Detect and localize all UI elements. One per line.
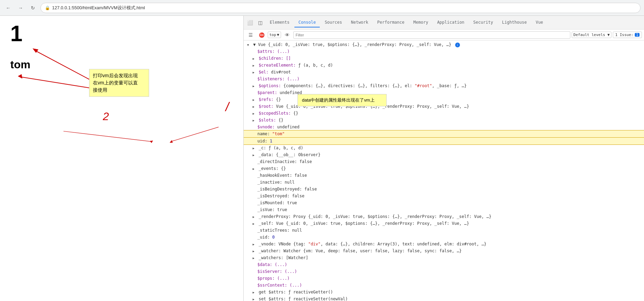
console-line-props[interactable]: $props: (...) [244, 275, 644, 282]
tab-vue[interactable]: Vue [532, 18, 547, 27]
default-levels-label: Default levels [573, 33, 605, 37]
browser-chrome: ← → ↻ 🔒 127.0.0.1:5500/htmlExam/MVVM设计模式… [0, 0, 644, 16]
devtools-panel: ⬜ ◫ Elements Console Sources Network Per… [243, 16, 644, 301]
console-line-slots[interactable]: $slots: {} [244, 117, 644, 124]
console-line-statictrees[interactable]: _staticTrees: null [244, 227, 644, 234]
issue-badge: 1 Issue: 1 [613, 32, 642, 38]
console-line-dollar-data[interactable]: $data: (...) [244, 261, 644, 268]
console-line-renderproxy[interactable]: _renderProxy: Proxy {_uid: 0, _isVue: tr… [244, 213, 644, 220]
context-dropdown-icon: ▼ [277, 33, 279, 37]
console-line-hashookevent[interactable]: _hasHookEvent: false [244, 172, 644, 179]
context-selector[interactable]: top ▼ [268, 32, 281, 38]
back-button[interactable]: ← [3, 3, 13, 13]
console-line-el[interactable]: $el: div#root [244, 69, 644, 76]
console-line-uid[interactable]: _uid: 0 [244, 234, 644, 241]
eye-button[interactable]: 👁 [282, 30, 292, 40]
page-number: 1 [10, 23, 233, 45]
svg-line-4 [63, 131, 152, 141]
svg-marker-3 [18, 74, 22, 79]
clear-console-button[interactable]: ⛔ [257, 30, 266, 40]
device-toolbar-button[interactable]: ◫ [255, 18, 265, 27]
info-icon: i [455, 43, 460, 47]
tab-performance[interactable]: Performance [373, 18, 409, 27]
console-line-watchers[interactable]: _watchers: [Watcher] [244, 254, 644, 261]
console-line-vnode[interactable]: $vnode: undefined [244, 124, 644, 130]
tab-console[interactable]: Console [294, 18, 320, 27]
context-top-label: top [269, 33, 276, 37]
svg-marker-5 [150, 141, 153, 143]
tab-security[interactable]: Security [469, 18, 497, 27]
annotation-box-1: 打印vm后会发现出现在vm上的变量可以直接使用 [89, 69, 149, 97]
tab-application[interactable]: Application [433, 18, 468, 27]
console-line-children[interactable]: $children: [] [244, 55, 644, 62]
forward-button[interactable]: → [16, 3, 25, 13]
lock-icon: 🔒 [45, 5, 50, 10]
filter-input[interactable] [293, 31, 571, 39]
console-line-events[interactable]: _events: {} [244, 165, 644, 172]
default-levels-selector[interactable]: Default levels ▼ [572, 32, 611, 38]
console-line-scopedslots[interactable]: $scopedSlots: {} [244, 110, 644, 117]
console-line-attrs[interactable]: $attrs: (...) [244, 48, 644, 55]
console-line-data[interactable]: _data: {__ob__: Observer} [244, 151, 644, 158]
console-line-ismounted[interactable]: _isMounted: true [244, 199, 644, 206]
num-1-right-label: / [226, 100, 229, 114]
tab-network[interactable]: Network [347, 18, 373, 27]
annotation-1-text: 打印vm后会发现出现在vm上的变量可以直接使用 [93, 73, 138, 93]
console-line-isdestroyed[interactable]: _isDestroyed: false [244, 193, 644, 199]
console-line-inactive[interactable]: _inactive: null [244, 179, 644, 186]
issue-count: 1 [635, 33, 640, 37]
address-bar[interactable]: 🔒 127.0.0.1:5500/htmlExam/MVVM设计模式.html [40, 3, 641, 13]
console-line-options[interactable]: $options: {components: {…}, directives: … [244, 82, 644, 89]
console-line-ssrcontext[interactable]: $ssrContext: (...) [244, 282, 644, 289]
issue-label: 1 Issue: [615, 33, 633, 37]
url-text: 127.0.0.1:5500/htmlExam/MVVM设计模式.html [52, 5, 145, 11]
inspect-element-button[interactable]: ⬜ [245, 18, 255, 27]
console-line-listeners[interactable]: $listeners: (...) [244, 76, 644, 82]
console-line-createelement[interactable]: $createElement: ƒ (a, b, c, d) [244, 62, 644, 69]
page-content: 1 tom 打印vm后会发现出现在vm上的变量可以直接使用 2 data中创建的… [0, 16, 243, 301]
console-line-get-attrs[interactable]: get $attrs: ƒ reactiveGetter() [244, 289, 644, 296]
num-2-label: 2 [103, 110, 109, 123]
annotation-box-2: data中创建的属性最终出现在了vm上 [297, 94, 387, 106]
console-line-isbeingdestroyed[interactable]: _isBeingDestroyed: false [244, 186, 644, 193]
tab-sources[interactable]: Sources [320, 18, 346, 27]
console-line-watcher[interactable]: _watcher: Watcher {vm: Vue, deep: false,… [244, 247, 644, 254]
tab-lighthouse[interactable]: Lighthouse [498, 18, 531, 27]
svg-marker-1 [33, 48, 38, 53]
svg-marker-7 [170, 140, 173, 142]
console-line-directinactive[interactable]: _directInactive: false [244, 158, 644, 165]
console-line-vnode-obj[interactable]: _vnode: VNode {tag: "div", data: {…}, ch… [244, 241, 644, 247]
console-line-set-attrs[interactable]: set $attrs: ƒ reactiveSetter(newVal) [244, 296, 644, 301]
console-line-vue-root[interactable]: ▼ Vue {_uid: 0, _isVue: true, $options: … [244, 41, 644, 48]
console-line-c[interactable]: _c: ƒ (a, b, c, d) [244, 144, 644, 151]
console-line-isvue[interactable]: _isVue: true [244, 206, 644, 213]
svg-line-2 [21, 77, 89, 88]
devtools-toolbar: ⬜ ◫ Elements Console Sources Network Per… [244, 16, 644, 30]
console-toolbar: ☰ ⛔ top ▼ 👁 Default levels ▼ 1 Issue: 1 [244, 30, 644, 40]
console-line-name[interactable]: name: "tom" [244, 130, 644, 137]
console-sidebar-button[interactable]: ☰ [246, 30, 255, 40]
tab-memory[interactable]: Memory [409, 18, 432, 27]
console-line-self[interactable]: _self: Vue {_uid: 0, _isVue: true, $opti… [244, 220, 644, 227]
refresh-button[interactable]: ↻ [28, 3, 38, 13]
console-line-uid-val[interactable]: uid: 1 [244, 138, 644, 144]
svg-line-6 [171, 127, 219, 142]
main-layout: 1 tom 打印vm后会发现出现在vm上的变量可以直接使用 2 data中创建的… [0, 16, 644, 301]
console-line-isserver[interactable]: $isServer: (...) [244, 268, 644, 275]
annotation-2-text: data中创建的属性最终出现在了vm上 [302, 97, 375, 103]
tab-elements[interactable]: Elements [266, 18, 294, 27]
console-output[interactable]: ▼ Vue {_uid: 0, _isVue: true, $options: … [244, 40, 644, 301]
